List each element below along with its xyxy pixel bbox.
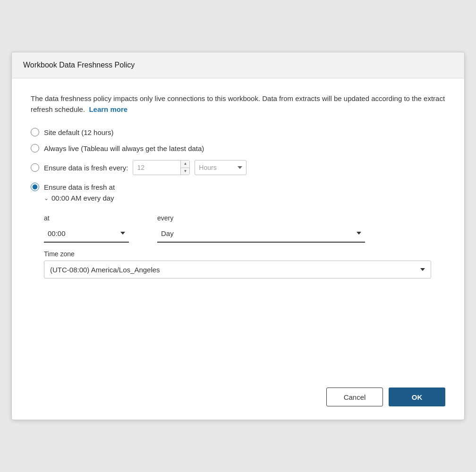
- at-field-group: at 00:00 01:00 02:00 03:00 06:00 12:00 1…: [44, 214, 129, 243]
- radio-ensure-every[interactable]: [31, 163, 39, 172]
- label-ensure-every[interactable]: Ensure data is fresh every:: [44, 164, 128, 172]
- option-always-live: Always live (Tableau will always get the…: [31, 144, 445, 152]
- dialog-header: Workbook Data Freshness Policy: [12, 52, 464, 78]
- learn-more-link[interactable]: Learn more: [89, 105, 128, 113]
- ensure-every-input-group: Ensure data is fresh every: ▲ ▼ Hours Mi…: [44, 160, 246, 175]
- radio-ensure-at[interactable]: [31, 183, 39, 191]
- interval-unit-select[interactable]: Hours Minutes Days: [195, 160, 246, 175]
- chevron-down-icon: ⌄: [44, 195, 49, 202]
- spin-down-button[interactable]: ▼: [181, 168, 189, 176]
- option-site-default: Site default (12 hours): [31, 128, 445, 136]
- timezone-label: Time zone: [44, 250, 445, 258]
- ensure-at-summary-text: 00:00 AM every day: [51, 194, 114, 202]
- radio-always-live[interactable]: [31, 144, 39, 152]
- radio-site-default[interactable]: [31, 128, 39, 136]
- every-label: every: [157, 214, 365, 222]
- time-select[interactable]: 00:00 01:00 02:00 03:00 06:00 12:00 18:0…: [44, 225, 129, 243]
- ensure-at-summary[interactable]: ⌄ 00:00 AM every day: [44, 194, 445, 202]
- ensure-at-row: Ensure data is fresh at: [31, 183, 445, 191]
- workbook-freshness-dialog: Workbook Data Freshness Policy The data …: [11, 52, 465, 420]
- ok-button[interactable]: OK: [389, 388, 445, 406]
- spin-buttons: ▲ ▼: [180, 160, 189, 175]
- spin-up-button[interactable]: ▲: [181, 160, 189, 168]
- option-ensure-every: Ensure data is fresh every: ▲ ▼ Hours Mi…: [31, 160, 445, 175]
- dialog-body: The data freshness policy impacts only l…: [12, 78, 464, 378]
- label-ensure-at[interactable]: Ensure data is fresh at: [44, 183, 115, 191]
- freshness-interval-input[interactable]: [133, 160, 180, 175]
- option-ensure-at: Ensure data is fresh at ⌄ 00:00 AM every…: [31, 183, 445, 278]
- timezone-select[interactable]: (UTC-08:00) America/Los_Angeles (UTC-05:…: [44, 261, 431, 278]
- options-list: Site default (12 hours) Always live (Tab…: [31, 128, 445, 278]
- label-always-live[interactable]: Always live (Tableau will always get the…: [44, 144, 204, 152]
- expanded-section: at 00:00 01:00 02:00 03:00 06:00 12:00 1…: [44, 214, 445, 278]
- at-label: at: [44, 214, 129, 222]
- label-site-default[interactable]: Site default (12 hours): [44, 128, 114, 136]
- every-field-group: every Day Week Month: [157, 214, 365, 243]
- dialog-footer: Cancel OK: [12, 378, 464, 420]
- every-select[interactable]: Day Week Month: [157, 225, 365, 243]
- dialog-title: Workbook Data Freshness Policy: [23, 61, 453, 69]
- timezone-group: Time zone (UTC-08:00) America/Los_Angele…: [44, 250, 445, 278]
- cancel-button[interactable]: Cancel: [326, 388, 383, 406]
- number-input-wrapper: ▲ ▼: [133, 160, 190, 175]
- at-every-row: at 00:00 01:00 02:00 03:00 06:00 12:00 1…: [44, 214, 445, 243]
- description-text: The data freshness policy impacts only l…: [31, 93, 445, 115]
